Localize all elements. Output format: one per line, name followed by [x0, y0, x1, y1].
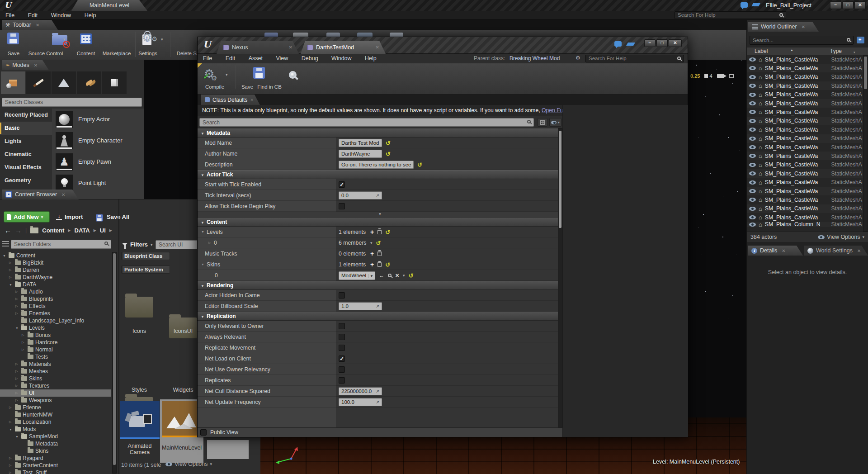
trash-icon[interactable] [377, 251, 382, 256]
expander-arrow[interactable]: ▷ [9, 268, 13, 272]
chevron-down-icon[interactable]: ▾ [403, 273, 405, 278]
sidebar-item-visual-effects[interactable]: Visual Effects [0, 161, 52, 174]
content-button[interactable]: Content [72, 51, 99, 56]
property-row-levels[interactable]: ▼Levels1 elements+↺ [198, 227, 562, 237]
expander-arrow[interactable]: ▷ [9, 464, 13, 467]
table-row[interactable]: ⌂SM_Plains_CastleWaStaticMeshA [747, 108, 863, 116]
edit-class-settings-icon[interactable]: ⚙ [576, 55, 580, 61]
visibility-eye-icon[interactable] [749, 189, 756, 193]
property-row-content-0[interactable]: ▷06 members▾↺ [198, 237, 562, 248]
modes-tab[interactable]: ❧Modes✕ [2, 60, 49, 70]
maximize-button[interactable]: □ [842, 1, 854, 9]
tree-item-darthwayne[interactable]: ▷DarthWayne [0, 274, 111, 281]
close-button[interactable]: ✕ [854, 1, 866, 9]
tree-item-metadata[interactable]: Metadata [0, 440, 111, 447]
close-icon[interactable]: ✕ [34, 63, 38, 68]
expander-arrow[interactable]: ▼ [9, 283, 13, 286]
property-row-author-name[interactable]: Author NameDarthWayne↺ [198, 148, 562, 159]
add-new-button[interactable]: Add New▾ [4, 211, 50, 223]
blueprint-help-search[interactable]: Search For Help [585, 55, 684, 62]
placeable-item-empty-character[interactable]: Empty Character [52, 130, 144, 151]
visibility-eye-icon[interactable] [749, 110, 756, 114]
visibility-eye-icon[interactable] [749, 145, 756, 149]
tree-item-landscape-layer-info[interactable]: Landscape_Layer_Info [0, 317, 111, 324]
tree-item-weapons[interactable]: ▷Weapons [0, 397, 111, 404]
tree-item-darren[interactable]: ▷Darren [0, 266, 111, 274]
back-arrow-icon[interactable]: ← [5, 227, 11, 234]
text-field-mod-name[interactable]: Darths Test Mod [339, 139, 382, 147]
collapse-sources-icon[interactable] [2, 241, 9, 246]
menu-edit[interactable]: Edit [226, 54, 236, 63]
add-element-icon[interactable]: + [370, 251, 374, 257]
tree-item-ui[interactable]: ▷UI [0, 389, 111, 397]
minimize-button[interactable]: − [830, 1, 841, 9]
expander-arrow[interactable]: ▷ [9, 406, 13, 409]
folder-label[interactable]: Styles [117, 387, 162, 393]
save-icon[interactable] [253, 67, 265, 79]
trash-icon[interactable] [377, 262, 382, 267]
visibility-eye-icon[interactable] [749, 223, 756, 227]
feedback-bubble-icon[interactable] [741, 2, 748, 8]
tree-item-data[interactable]: ▼DATA [0, 281, 111, 288]
save-button[interactable]: Save [1, 51, 26, 56]
menu-debug[interactable]: Debug [302, 54, 318, 63]
content-browser-tab[interactable]: Content Browser✕ [2, 190, 79, 199]
public-view-checkbox[interactable] [200, 429, 207, 436]
visibility-eye-icon[interactable] [749, 75, 756, 79]
section-header-content[interactable]: ▼Content [198, 218, 562, 227]
checkbox-net-load-on-client[interactable]: ✓ [339, 356, 345, 362]
table-row[interactable]: ⌂SM_Plains_CastleWaStaticMeshA [747, 64, 863, 72]
dropdown-modwheel[interactable]: ModWheel▼ [339, 271, 375, 280]
property-row-tick-interval-secs[interactable]: Tick Interval (secs)0.0↗ [198, 190, 562, 201]
mode-place[interactable] [1, 71, 25, 94]
tree-item-materials[interactable]: ▷Materials [0, 360, 111, 368]
tree-item-normal[interactable]: ▷Normal [0, 346, 111, 353]
property-row-replicates[interactable]: Replicates [198, 375, 562, 386]
sidebar-item-recently-placed[interactable]: Recently Placed [0, 109, 52, 122]
breadcrumb-data[interactable]: DATA [75, 227, 90, 234]
expander-arrow[interactable]: ▼ [15, 435, 19, 438]
tree-item-etienne[interactable]: ▷Etienne [0, 404, 111, 411]
table-row[interactable]: ⌂SM_Plains_CastleWaStaticMeshA [747, 117, 863, 125]
view-options-button[interactable]: View Options▾ [818, 234, 864, 240]
section-header-metadata[interactable]: ▼Metadata [198, 128, 562, 137]
checkbox-replicates[interactable] [339, 377, 345, 384]
menu-view[interactable]: View [276, 54, 288, 63]
visibility-eye-icon[interactable] [749, 101, 756, 105]
property-row-net-load-on-client[interactable]: Net Load on Client✓ [198, 353, 562, 364]
frame-icon[interactable] [729, 74, 734, 78]
filters-button[interactable]: Filters ▾ [122, 241, 153, 248]
expander-arrow[interactable]: ▷ [15, 297, 19, 301]
property-row-content-0[interactable]: 0ModWheel▼←✕▾↺ [198, 270, 562, 281]
revert-icon[interactable]: ↺ [385, 262, 390, 268]
expander-arrow[interactable]: ▷ [9, 471, 13, 474]
view-options-button[interactable]: View Options▾ [165, 461, 212, 467]
close-icon[interactable]: ✕ [376, 45, 379, 50]
source-control-button[interactable]: Source Control [25, 51, 66, 56]
close-icon[interactable]: ✕ [36, 23, 39, 28]
expander-arrow[interactable]: ▷ [15, 370, 19, 373]
outliner-search-input[interactable]: Search... [750, 36, 854, 45]
table-row[interactable]: ⌂SM_Plains_CastleWaStaticMeshA [747, 99, 863, 108]
view-options-button[interactable]: ▾ [549, 118, 561, 127]
section-header-rendering[interactable]: ▼Rendering [198, 281, 562, 290]
expander-arrow[interactable]: ▷ [15, 304, 19, 308]
chevron-down-icon[interactable]: ▾ [63, 37, 66, 42]
visibility-eye-icon[interactable] [749, 163, 756, 167]
expander-arrow[interactable]: ▷ [15, 377, 19, 380]
details-tab[interactable]: Details✕ [748, 246, 803, 256]
close-icon[interactable]: ✕ [289, 45, 292, 50]
property-row-actor-hidden-in-game[interactable]: Actor Hidden In Game [198, 290, 562, 301]
property-row-music-tracks[interactable]: Music Tracks0 elements+ [198, 248, 562, 259]
checkbox-allow-tick-before-begin-play[interactable] [339, 203, 345, 209]
table-row[interactable]: ⌂SM_Plains_CastleWaStaticMeshA [747, 161, 863, 169]
property-row-start-with-tick-enabled[interactable]: Start with Tick Enabled✓ [198, 179, 562, 190]
chevron-down-icon[interactable]: ▾ [161, 37, 163, 42]
settings-icon[interactable]: ⚙⚙ [142, 32, 157, 44]
maximize-button[interactable]: □ [656, 39, 668, 47]
checkbox-actor-hidden-in-game[interactable] [339, 292, 345, 299]
visibility-eye-icon[interactable] [749, 84, 756, 88]
value-slider-icon[interactable]: ↗ [376, 398, 379, 406]
number-field-editor-billboard-scale[interactable]: 1.0↗ [339, 302, 382, 310]
expander-arrow[interactable]: ▷ [9, 420, 13, 424]
